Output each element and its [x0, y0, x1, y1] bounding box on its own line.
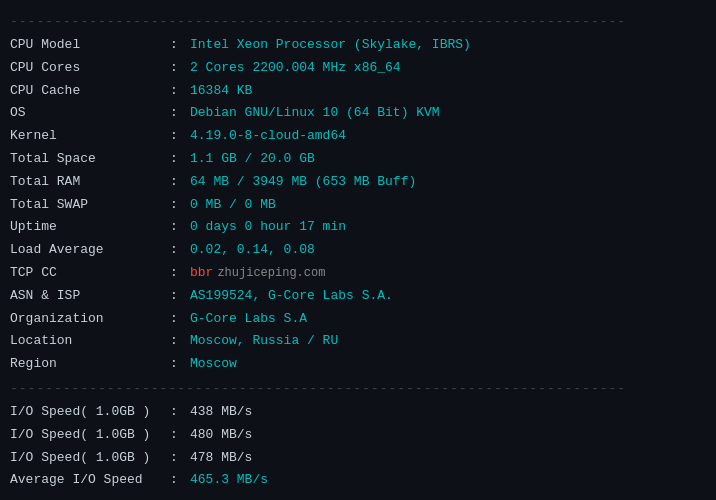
- row-colon: :: [170, 331, 184, 352]
- row-colon: :: [170, 126, 184, 147]
- io-row-label: I/O Speed( 1.0GB ): [10, 448, 170, 469]
- info-row: Load Average: 0.02, 0.14, 0.08: [10, 240, 706, 261]
- info-row: ASN & ISP: AS199524, G-Core Labs S.A.: [10, 286, 706, 307]
- io-row: I/O Speed( 1.0GB ): 480 MB/s: [10, 425, 706, 446]
- info-row: CPU Cache: 16384 KB: [10, 81, 706, 102]
- row-value: 0 MB / 0 MB: [190, 195, 276, 216]
- io-row-value: 465.3 MB/s: [190, 470, 268, 491]
- row-colon: :: [170, 81, 184, 102]
- row-label: Uptime: [10, 217, 170, 238]
- row-colon: :: [170, 35, 184, 56]
- row-label: Location: [10, 331, 170, 352]
- row-colon: :: [170, 354, 184, 375]
- info-row: CPU Model: Intel Xeon Processor (Skylake…: [10, 35, 706, 56]
- row-label: Organization: [10, 309, 170, 330]
- row-label: CPU Model: [10, 35, 170, 56]
- row-label: Kernel: [10, 126, 170, 147]
- io-speed-section: I/O Speed( 1.0GB ): 438 MB/sI/O Speed( 1…: [10, 402, 706, 491]
- row-label: Total RAM: [10, 172, 170, 193]
- info-row: OS: Debian GNU/Linux 10 (64 Bit) KVM: [10, 103, 706, 124]
- io-row-colon: :: [170, 448, 184, 469]
- divider-middle: ----------------------------------------…: [10, 381, 706, 396]
- info-row: Region: Moscow: [10, 354, 706, 375]
- info-row: Total SWAP: 0 MB / 0 MB: [10, 195, 706, 216]
- io-row-label: I/O Speed( 1.0GB ): [10, 425, 170, 446]
- info-row: TCP CC: bbr zhujiceping.com: [10, 263, 706, 284]
- info-row: Total RAM: 64 MB / 3949 MB (653 MB Buff): [10, 172, 706, 193]
- io-row: I/O Speed( 1.0GB ): 478 MB/s: [10, 448, 706, 469]
- row-label: CPU Cores: [10, 58, 170, 79]
- io-row-value: 438 MB/s: [190, 402, 252, 423]
- row-value: 1.1 GB / 20.0 GB: [190, 149, 315, 170]
- row-label: Total SWAP: [10, 195, 170, 216]
- row-colon: :: [170, 217, 184, 238]
- row-colon: :: [170, 240, 184, 261]
- row-value: Debian GNU/Linux 10 (64 Bit) KVM: [190, 103, 440, 124]
- tcp-cc-value: bbr: [190, 263, 213, 284]
- io-row: I/O Speed( 1.0GB ): 438 MB/s: [10, 402, 706, 423]
- divider-top: ----------------------------------------…: [10, 14, 706, 29]
- row-label: OS: [10, 103, 170, 124]
- info-row: Total Space: 1.1 GB / 20.0 GB: [10, 149, 706, 170]
- info-row: Organization: G-Core Labs S.A: [10, 309, 706, 330]
- row-colon: :: [170, 103, 184, 124]
- row-value: Moscow, Russia / RU: [190, 331, 338, 352]
- row-colon: :: [170, 172, 184, 193]
- row-value: 2 Cores 2200.004 MHz x86_64: [190, 58, 401, 79]
- io-row-value: 478 MB/s: [190, 448, 252, 469]
- io-row-label: Average I/O Speed: [10, 470, 170, 491]
- info-row: Location: Moscow, Russia / RU: [10, 331, 706, 352]
- io-row-label: I/O Speed( 1.0GB ): [10, 402, 170, 423]
- row-label: ASN & ISP: [10, 286, 170, 307]
- row-label: Load Average: [10, 240, 170, 261]
- watermark-text: zhujiceping.com: [217, 264, 325, 283]
- info-row: Uptime: 0 days 0 hour 17 min: [10, 217, 706, 238]
- row-value: G-Core Labs S.A: [190, 309, 307, 330]
- row-value: 4.19.0-8-cloud-amd64: [190, 126, 346, 147]
- io-row: Average I/O Speed: 465.3 MB/s: [10, 470, 706, 491]
- row-colon: :: [170, 286, 184, 307]
- row-value: 0 days 0 hour 17 min: [190, 217, 346, 238]
- io-row-colon: :: [170, 425, 184, 446]
- row-colon: :: [170, 263, 184, 284]
- row-value: 16384 KB: [190, 81, 252, 102]
- row-value: AS199524, G-Core Labs S.A.: [190, 286, 393, 307]
- system-info-section: CPU Model: Intel Xeon Processor (Skylake…: [10, 35, 706, 375]
- row-label: Region: [10, 354, 170, 375]
- info-row: Kernel: 4.19.0-8-cloud-amd64: [10, 126, 706, 147]
- row-colon: :: [170, 149, 184, 170]
- row-value: 64 MB / 3949 MB (653 MB Buff): [190, 172, 416, 193]
- row-label: Total Space: [10, 149, 170, 170]
- row-value: 0.02, 0.14, 0.08: [190, 240, 315, 261]
- io-row-colon: :: [170, 402, 184, 423]
- row-colon: :: [170, 309, 184, 330]
- row-value: Moscow: [190, 354, 237, 375]
- row-colon: :: [170, 195, 184, 216]
- row-label: TCP CC: [10, 263, 170, 284]
- row-colon: :: [170, 58, 184, 79]
- row-label: CPU Cache: [10, 81, 170, 102]
- info-row: CPU Cores: 2 Cores 2200.004 MHz x86_64: [10, 58, 706, 79]
- row-value: Intel Xeon Processor (Skylake, IBRS): [190, 35, 471, 56]
- io-row-value: 480 MB/s: [190, 425, 252, 446]
- io-row-colon: :: [170, 470, 184, 491]
